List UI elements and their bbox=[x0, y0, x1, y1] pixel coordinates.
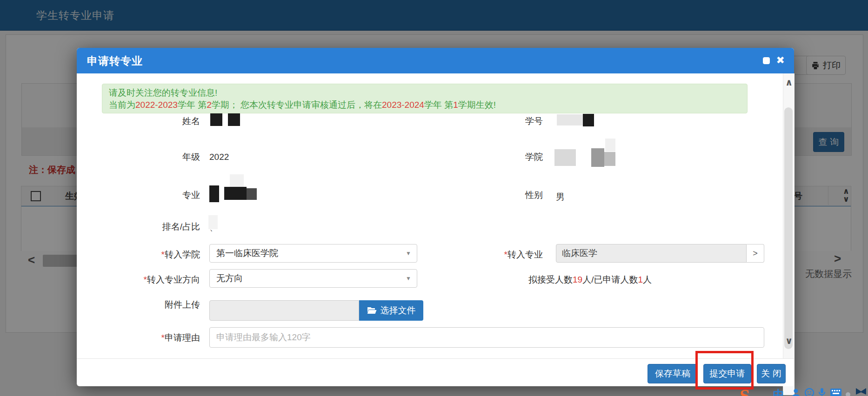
notice-seg-red: 2 bbox=[207, 100, 212, 110]
name-value-redacted bbox=[210, 113, 222, 126]
major-value-redacted bbox=[209, 185, 219, 202]
reason-input[interactable] bbox=[209, 327, 764, 348]
college-value-redacted bbox=[605, 139, 615, 152]
modal-footer: 保存草稿 提交申请 关 闭 bbox=[77, 358, 794, 386]
notice-seg: 学期生效! bbox=[458, 100, 496, 110]
student-id-value-redacted bbox=[583, 114, 594, 126]
college-label: 学院 bbox=[450, 151, 543, 163]
rank-value: 、 bbox=[209, 222, 218, 234]
keyboard-icon[interactable] bbox=[830, 388, 842, 396]
skin-icon[interactable] bbox=[855, 388, 867, 396]
scroll-up-icon[interactable]: ∧ bbox=[784, 77, 794, 88]
college-value-redacted bbox=[604, 152, 615, 166]
target-major-input: 临床医学 bbox=[556, 244, 747, 263]
name-value-redacted bbox=[228, 113, 240, 126]
college-value-redacted bbox=[554, 149, 576, 166]
target-direction-label: *转入专业方向 bbox=[107, 274, 200, 286]
student-id-value-redacted bbox=[557, 114, 584, 125]
required-mark: * bbox=[161, 333, 165, 343]
target-college-select[interactable]: 第一临床医学院 ▼ bbox=[209, 244, 417, 263]
folder-icon bbox=[367, 307, 377, 314]
chevron-down-icon: ▼ bbox=[406, 275, 411, 282]
notice-banner: 请及时关注您的转专业信息! 当前为2022-2023学年 第2学期； 您本次转专… bbox=[102, 84, 748, 113]
target-direction-value: 无方向 bbox=[216, 272, 243, 284]
choose-file-button[interactable]: 选择文件 bbox=[359, 300, 423, 321]
notice-seg: 当前为 bbox=[109, 100, 135, 110]
attachment-input bbox=[209, 300, 359, 321]
required-mark: * bbox=[504, 250, 507, 259]
notice-seg: 学年 第 bbox=[424, 100, 453, 110]
chevron-down-icon: ▼ bbox=[406, 250, 411, 257]
modal-title: 申请转专业 bbox=[87, 54, 143, 68]
major-label: 专业 bbox=[107, 189, 200, 201]
attachment-label: 附件上传 bbox=[107, 299, 200, 311]
rank-label: 排名/占比 bbox=[107, 221, 200, 233]
gender-value: 男 bbox=[556, 191, 565, 203]
major-value-redacted bbox=[230, 174, 244, 188]
target-major-expand-button[interactable]: > bbox=[747, 244, 764, 263]
required-mark: * bbox=[161, 250, 165, 259]
notice-line2: 当前为2022-2023学年 第2学期； 您本次转专业申请审核通过后，将在202… bbox=[109, 99, 741, 111]
close-icon[interactable]: ✖ bbox=[776, 54, 785, 66]
mic-icon[interactable] bbox=[817, 388, 827, 396]
college-value-redacted bbox=[591, 148, 604, 167]
save-draft-button[interactable]: 保存草稿 bbox=[648, 364, 698, 383]
minimize-icon[interactable] bbox=[763, 57, 770, 64]
notice-seg: 学年 第 bbox=[178, 100, 207, 110]
modal-scrollbar-thumb[interactable] bbox=[784, 107, 793, 349]
major-value-redacted bbox=[224, 187, 247, 200]
grade-value: 2022 bbox=[209, 152, 229, 162]
major-value-redacted bbox=[247, 188, 257, 200]
target-direction-select[interactable]: 无方向 ▼ bbox=[209, 269, 417, 288]
capacity-text: 拟接受人数19人/已申请人数1人 bbox=[528, 274, 652, 286]
notice-seg: 学期； 您本次转专业申请审核通过后，将在 bbox=[212, 100, 382, 110]
account-icon[interactable] bbox=[791, 388, 801, 396]
annotation-highlight-box bbox=[695, 351, 754, 389]
sogou-logo-icon[interactable]: S bbox=[740, 385, 750, 396]
gender-label: 性别 bbox=[450, 189, 543, 201]
target-college-label: *转入学院 bbox=[107, 249, 200, 261]
reason-label: *申请理由 bbox=[107, 332, 200, 344]
target-college-value: 第一临床医学院 bbox=[216, 247, 278, 259]
close-button[interactable]: 关 闭 bbox=[757, 364, 786, 383]
name-label: 姓名 bbox=[107, 115, 200, 127]
required-mark: * bbox=[144, 275, 147, 284]
target-major-label: *转入专业 bbox=[450, 249, 543, 261]
student-id-label: 学号 bbox=[450, 115, 543, 127]
chinese-mode-icon[interactable]: 中 bbox=[773, 387, 784, 396]
more-icon[interactable] bbox=[845, 389, 851, 396]
emoji-icon[interactable] bbox=[804, 388, 815, 396]
scroll-down-icon[interactable]: ∨ bbox=[784, 335, 794, 346]
modal-header[interactable]: 申请转专业 ✖ bbox=[77, 48, 794, 73]
expand-icon: > bbox=[753, 249, 758, 258]
target-major-value: 临床医学 bbox=[562, 247, 597, 259]
close-label: 关 闭 bbox=[761, 368, 781, 380]
choose-file-label: 选择文件 bbox=[381, 304, 416, 317]
save-draft-label: 保存草稿 bbox=[655, 368, 690, 380]
grade-label: 年级 bbox=[107, 151, 200, 163]
transfer-application-modal: 申请转专业 ✖ 请及时关注您的转专业信息! 当前为2022-2023学年 第2学… bbox=[77, 48, 794, 386]
notice-line1: 请及时关注您的转专业信息! bbox=[109, 87, 741, 99]
notice-seg-red: 2023-2024 bbox=[382, 100, 424, 110]
notice-seg-red: 2022-2023 bbox=[135, 100, 178, 110]
notice-seg-red: 1 bbox=[453, 100, 458, 110]
screen: 学生转专业申请 打印 查 询 注：保存成 生效 号 ∧ ∨ < > 无数据显示 bbox=[0, 0, 868, 396]
